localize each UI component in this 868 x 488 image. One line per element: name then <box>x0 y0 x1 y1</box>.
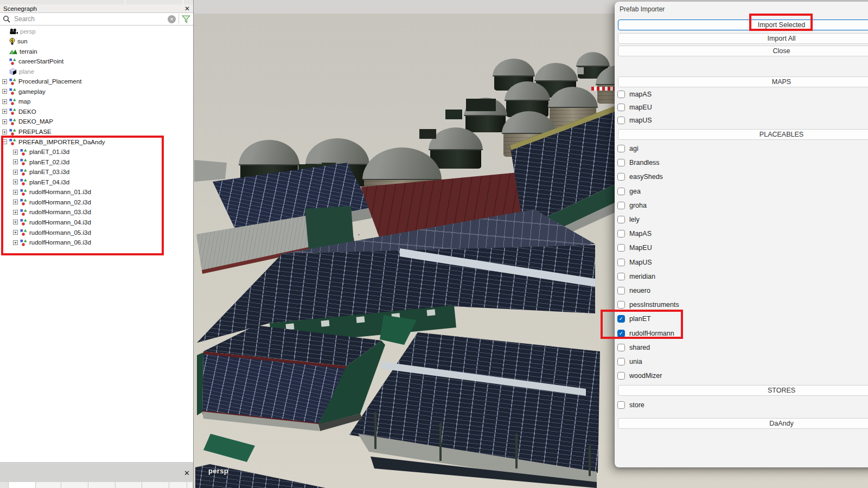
checkbox-MapUS[interactable] <box>617 259 625 266</box>
checkbox-label: mapUS <box>629 117 652 124</box>
checkbox-neuero[interactable] <box>617 287 625 294</box>
plus-expander-icon[interactable]: + <box>2 79 7 84</box>
search-input[interactable] <box>13 15 165 23</box>
checkbox-row-mapEU[interactable]: mapEU <box>617 101 652 113</box>
checkbox-row-neuero[interactable]: neuero <box>617 285 650 297</box>
section-header-stores[interactable]: STORES <box>618 385 868 396</box>
filter-icon[interactable] <box>182 15 190 23</box>
checkbox-row-MapUS[interactable]: MapUS <box>617 256 652 268</box>
close-button[interactable]: Close <box>618 46 868 56</box>
bottom-panel-cells <box>0 482 193 488</box>
checkbox-row-lely[interactable]: lely <box>617 214 640 226</box>
checkbox-Brandless[interactable] <box>617 159 625 166</box>
cell[interactable] <box>169 482 187 488</box>
checkbox-row-agi[interactable]: agi <box>617 143 639 155</box>
checkbox-agi[interactable] <box>617 145 625 152</box>
checkbox-label: meridian <box>629 273 655 280</box>
bottom-panel-titlebar: ✕ <box>0 464 193 482</box>
cell[interactable] <box>142 482 169 488</box>
checkbox-row-MapEU[interactable]: MapEU <box>617 242 652 254</box>
scenegraph-title: Scenegraph <box>3 5 37 12</box>
checkbox-groha[interactable] <box>617 202 625 209</box>
import-selected-button[interactable]: Import Selected <box>618 20 868 30</box>
import-all-button[interactable]: Import All <box>618 33 868 44</box>
checkbox-row-gea[interactable]: gea <box>617 185 641 197</box>
cell[interactable] <box>36 482 61 488</box>
checkbox-row-meridian[interactable]: meridian <box>617 271 655 282</box>
checkbox-mapEU[interactable] <box>617 104 625 111</box>
checkbox-gea[interactable] <box>617 188 625 195</box>
plus-expander-icon[interactable]: + <box>2 99 7 104</box>
checkbox-woodMizer[interactable] <box>617 372 625 380</box>
section-header-placeables[interactable]: PLACEABLES <box>618 129 868 140</box>
tree-item-label: map <box>18 98 30 105</box>
checkbox-label: groha <box>629 202 647 209</box>
checkbox-meridian[interactable] <box>617 273 625 280</box>
checkbox-mapUS[interactable] <box>617 117 625 124</box>
checkbox-row-shared[interactable]: shared <box>617 342 650 354</box>
daandy-button[interactable]: DaAndy <box>618 418 868 429</box>
checkbox-label: Brandless <box>629 159 660 166</box>
checkbox-row-pessInstruments[interactable]: pessInstruments <box>617 299 679 311</box>
tree-item-DEKO_MAP[interactable]: +DEKO_MAP <box>0 117 193 127</box>
checkbox-unia[interactable] <box>617 358 625 365</box>
barn-window <box>286 323 295 330</box>
checkbox-pessInstruments[interactable] <box>617 301 625 309</box>
plus-expander-icon[interactable]: + <box>2 130 7 134</box>
tree-item-label: plane <box>19 68 34 75</box>
plus-expander-icon[interactable]: + <box>2 119 7 124</box>
checkbox-row-store[interactable]: store <box>617 399 644 411</box>
light-bulb-icon <box>9 37 15 46</box>
cell[interactable] <box>88 482 116 488</box>
checkbox-store[interactable] <box>617 401 625 409</box>
section-header-maps[interactable]: MAPS <box>618 76 868 87</box>
clear-search-icon[interactable]: ✕ <box>168 15 176 23</box>
tree-item-gameplay[interactable]: +gameplay <box>0 86 193 97</box>
close-icon[interactable]: ✕ <box>184 5 190 12</box>
checkbox-row-mapUS[interactable]: mapUS <box>617 114 652 126</box>
checkbox-mapAS[interactable] <box>617 91 625 98</box>
tree-item-terrain[interactable]: terrain <box>0 46 193 56</box>
checkbox-row-groha[interactable]: groha <box>617 200 647 211</box>
checkbox-label: MapUS <box>629 259 652 266</box>
tree-item-careerStartPoint[interactable]: careerStartPoint <box>0 56 193 67</box>
transform-group-icon <box>9 98 16 105</box>
checkbox-label: agi <box>629 145 639 152</box>
checkbox-lely[interactable] <box>617 216 625 223</box>
checkbox-label: MapEU <box>629 244 652 252</box>
checkbox-shared[interactable] <box>617 344 625 351</box>
cell[interactable] <box>61 482 88 488</box>
plus-expander-icon[interactable]: + <box>2 109 7 114</box>
checkbox-row-easySheds[interactable]: easySheds <box>617 171 663 183</box>
annotation-box-tree <box>1 136 164 255</box>
cell[interactable] <box>0 482 9 488</box>
carport-post <box>374 412 376 449</box>
camera-name-label: persp <box>208 467 228 475</box>
checkbox-row-Brandless[interactable]: Brandless <box>617 157 660 169</box>
tree-item-DEKO[interactable]: +DEKO <box>0 106 193 117</box>
checkbox-row-mapAS[interactable]: mapAS <box>617 88 652 100</box>
cell[interactable] <box>187 482 193 488</box>
transform-group-icon <box>9 88 16 95</box>
checkbox-row-woodMizer[interactable]: woodMizer <box>617 370 662 382</box>
tree-item-plane[interactable]: plane <box>0 66 193 76</box>
tree-item-Procedural_Placement[interactable]: +Procedural_Placement <box>0 76 193 87</box>
close-icon[interactable]: ✕ <box>184 470 190 477</box>
tree-item-sun[interactable]: sun <box>0 36 193 47</box>
tree-item-map[interactable]: +map <box>0 97 193 107</box>
cell[interactable] <box>116 482 142 488</box>
tree-item-label: terrain <box>20 48 37 55</box>
search-icon <box>3 15 10 23</box>
checkbox-MapEU[interactable] <box>617 244 625 252</box>
checkbox-row-MapAS[interactable]: MapAS <box>617 228 652 240</box>
plus-expander-icon[interactable]: + <box>2 89 7 94</box>
checkbox-label: neuero <box>629 287 650 294</box>
checkbox-MapAS[interactable] <box>617 230 625 237</box>
tree-item-persp[interactable]: persp <box>0 26 193 36</box>
scenegraph-titlebar: Scenegraph ✕ <box>0 4 193 13</box>
cell[interactable] <box>9 482 36 488</box>
checkbox-easySheds[interactable] <box>617 173 625 181</box>
container-box <box>466 99 496 111</box>
checkbox-row-unia[interactable]: unia <box>617 356 642 368</box>
transform-group-icon <box>9 78 16 85</box>
